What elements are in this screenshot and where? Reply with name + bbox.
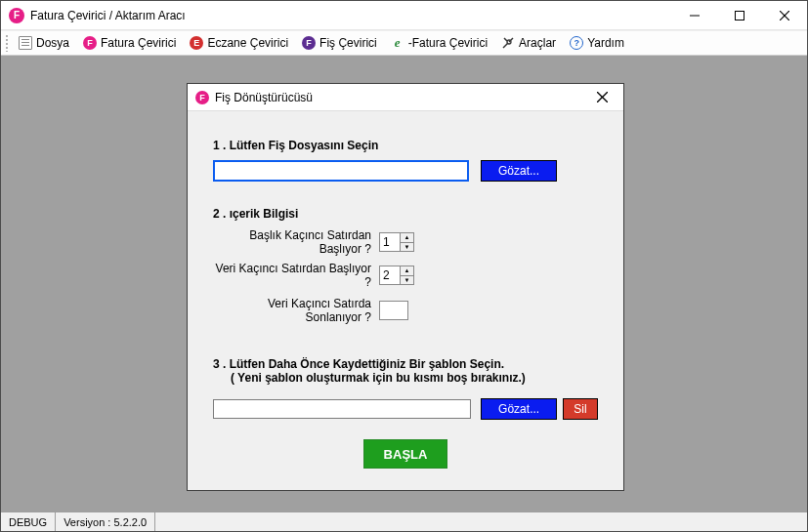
step2-label: 2 . ıçerik Bilgisi: [213, 207, 598, 221]
document-icon: [19, 36, 32, 50]
toolbar: Dosya F Fatura Çevirici E Eczane Çeviric…: [1, 30, 807, 56]
toolbar-label: Fiş Çevirici: [319, 36, 377, 50]
dialog-icon: F: [195, 91, 209, 104]
toolbar-item-dosya[interactable]: Dosya: [13, 34, 75, 52]
toolbar-item-eczane-cevirici[interactable]: E Eczane Çevirici: [184, 34, 294, 52]
browse-file-button[interactable]: Gözat...: [481, 160, 557, 182]
step1-label: 1 . Lütfen Fiş Dosyasını Seçin: [213, 139, 598, 152]
toolbar-item-araclar[interactable]: Araçlar: [495, 34, 562, 52]
badge-f-purple-icon: F: [302, 36, 316, 50]
badge-script-e-icon: e: [391, 36, 404, 50]
dialog-fis-donusturucusu: F Fiş Dönüştürücüsü 1 . Lütfen Fiş Dosya…: [187, 83, 624, 491]
data-start-input[interactable]: [379, 266, 401, 285]
dialog-titlebar: F Fiş Dönüştürücüsü: [188, 84, 623, 111]
toolbar-label: Dosya: [36, 36, 69, 50]
toolbar-grip: [5, 34, 9, 52]
step3-label-line1: 3 . Lütfen Daha Önce Kaydettiğiniz Bir ş…: [213, 357, 598, 371]
window-controls: [672, 1, 807, 29]
workspace: F Fiş Dönüştürücüsü 1 . Lütfen Fiş Dosya…: [1, 56, 807, 512]
badge-f-icon: F: [83, 36, 97, 50]
titlebar: F Fatura Çevirici / Aktarım Aracı: [1, 1, 807, 30]
dialog-close-button[interactable]: [588, 90, 616, 105]
data-end-label: Veri Kaçıncı Satırda Sonlanıyor ?: [213, 297, 379, 324]
dialog-body: 1 . Lütfen Fiş Dosyasını Seçin Gözat... …: [188, 111, 623, 490]
toolbar-item-fis-cevirici[interactable]: F Fiş Çevirici: [296, 34, 383, 52]
app-icon: F: [9, 8, 24, 23]
browse-template-button[interactable]: Gözat...: [481, 398, 557, 420]
toolbar-label: -Fatura Çevirici: [408, 36, 488, 50]
maximize-button[interactable]: [717, 1, 762, 29]
step3-label: 3 . Lütfen Daha Önce Kaydettiğiniz Bir ş…: [213, 357, 598, 385]
statusbar: DEBUG Versiyon : 5.2.2.0: [1, 512, 807, 531]
close-button[interactable]: [762, 1, 807, 29]
svg-rect-1: [736, 11, 744, 20]
tools-icon: [501, 36, 515, 50]
toolbar-label: Eczane Çevirici: [207, 36, 288, 50]
spinner-up-icon[interactable]: ▲: [401, 233, 413, 243]
status-mode: DEBUG: [1, 512, 56, 531]
data-start-label: Veri Kaçıncı Satırdan Başlıyor ?: [213, 262, 379, 289]
spinner-up-icon[interactable]: ▲: [401, 266, 413, 276]
spinner-down-icon[interactable]: ▼: [401, 276, 413, 285]
delete-template-button[interactable]: Sil: [563, 398, 598, 420]
svg-line-7: [504, 38, 507, 41]
file-path-input[interactable]: [213, 160, 469, 182]
start-button[interactable]: BAŞLA: [363, 439, 447, 469]
toolbar-item-yardim[interactable]: ? Yardım: [564, 34, 630, 52]
header-row-spinner[interactable]: ▲ ▼: [379, 232, 414, 252]
toolbar-item-fatura-cevirici[interactable]: F Fatura Çevirici: [77, 34, 182, 52]
toolbar-label: Fatura Çevirici: [101, 36, 176, 50]
spinner-down-icon[interactable]: ▼: [401, 243, 413, 252]
badge-e-icon: E: [190, 36, 203, 50]
template-path-input[interactable]: [213, 399, 471, 419]
step3-label-line2: ( Yeni şablon oluşturmak için bu kısmı b…: [213, 371, 598, 385]
header-row-input[interactable]: [379, 232, 401, 252]
help-icon: ?: [570, 36, 583, 50]
data-end-input[interactable]: [379, 301, 408, 320]
status-version: Versiyon : 5.2.2.0: [56, 512, 155, 531]
dialog-title: Fiş Dönüştürücüsü: [215, 91, 313, 104]
toolbar-label: Yardım: [587, 36, 624, 50]
data-start-spinner[interactable]: ▲ ▼: [379, 266, 414, 285]
header-row-label: Başlık Kaçıncı Satırdan Başlıyor ?: [213, 228, 379, 256]
minimize-button[interactable]: [672, 1, 717, 29]
toolbar-label: Araçlar: [519, 36, 556, 50]
toolbar-item-e-fatura-cevirici[interactable]: e -Fatura Çevirici: [385, 34, 493, 52]
window-title: Fatura Çevirici / Aktarım Aracı: [30, 9, 186, 22]
